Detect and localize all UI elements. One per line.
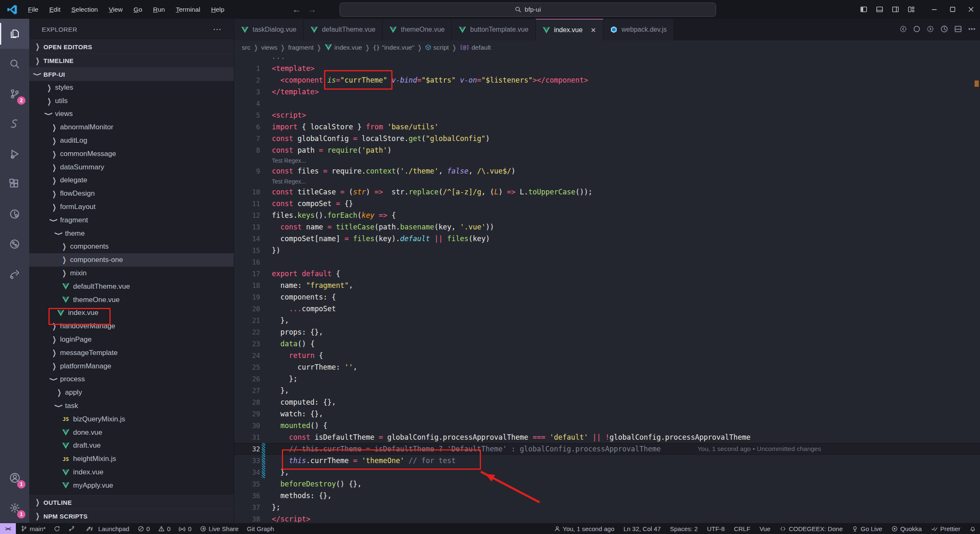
status-0[interactable]: 0 xyxy=(158,525,170,532)
tree-item-bizQueryMixin.js[interactable]: JSbizQueryMixin.js xyxy=(29,413,234,426)
status-codegeex-done[interactable]: CODEGEEX: Done xyxy=(780,525,843,532)
section-project-root[interactable]: ❯ BFP-UI xyxy=(29,67,234,81)
tab-themeOne.vue[interactable]: themeOne.vue xyxy=(382,19,452,40)
tree-item-task[interactable]: ❯task xyxy=(29,399,234,413)
line-number[interactable]: 29 xyxy=(234,410,260,418)
line-number[interactable]: 22 xyxy=(234,328,260,336)
line-number[interactable]: 27 xyxy=(234,387,260,395)
menu-run[interactable]: Run xyxy=(149,4,170,15)
activity-codegeex[interactable] xyxy=(0,109,29,139)
line-number[interactable]: 33 xyxy=(234,457,260,465)
code-line-27[interactable]: 27 }, xyxy=(234,385,980,396)
current-change-icon[interactable] xyxy=(913,25,921,35)
split-editor-icon[interactable] xyxy=(954,25,962,35)
line-number[interactable]: 13 xyxy=(234,223,260,231)
tab-index.vue[interactable]: index.vue✕ xyxy=(536,19,603,40)
breadcrumb-item-fragment[interactable]: fragment xyxy=(288,44,314,51)
activity-timeline-circle[interactable] xyxy=(0,199,29,229)
line-number[interactable]: 30 xyxy=(234,422,260,430)
code-line-8[interactable]: 8const path = require('path') xyxy=(234,144,980,156)
code-line-5[interactable]: 5<script> xyxy=(234,109,980,121)
line-number[interactable]: 23 xyxy=(234,340,260,348)
code-line-24[interactable]: 24 return { xyxy=(234,350,980,361)
tree-item-draft.vue[interactable]: draft.vue xyxy=(29,439,234,453)
next-change-icon[interactable] xyxy=(927,25,934,35)
code-line-26[interactable]: 26 }; xyxy=(234,373,980,385)
line-number[interactable]: 16 xyxy=(234,258,260,266)
status-item[interactable] xyxy=(970,526,976,532)
line-number[interactable]: 12 xyxy=(234,212,260,219)
code-line-22[interactable]: 22 props: {}, xyxy=(234,326,980,338)
status-main-[interactable]: main* xyxy=(21,525,46,532)
code-line-36[interactable]: 36 methods: {}, xyxy=(234,490,980,501)
line-number[interactable]: 37 xyxy=(234,504,260,511)
tab-webpack.dev.js[interactable]: webpack.dev.js xyxy=(603,19,674,40)
code-line-16[interactable]: 16 xyxy=(234,256,980,268)
tree-item-loginPage[interactable]: ❯loginPage xyxy=(29,333,234,346)
tree-item-dataSummary[interactable]: ❯dataSummary xyxy=(29,161,234,174)
status-go-live[interactable]: Go Live xyxy=(852,525,882,532)
line-number[interactable]: 17 xyxy=(234,270,260,278)
activity-accounts[interactable]: 1 xyxy=(0,463,29,493)
code-line-6[interactable]: 6import { localStore } from 'base/utils' xyxy=(234,121,980,133)
breadcrumb-item-src[interactable]: src xyxy=(242,44,251,51)
line-number[interactable]: 36 xyxy=(234,492,260,500)
tab-defaultTheme.vue[interactable]: defaultTheme.vue xyxy=(304,19,382,40)
line-number[interactable]: 9 xyxy=(234,167,260,175)
line-number[interactable]: 1 xyxy=(234,65,260,73)
status-prettier[interactable]: Prettier xyxy=(931,525,960,532)
status-live-share[interactable]: Live Share xyxy=(200,525,239,532)
line-number[interactable]: 8 xyxy=(234,146,260,154)
menu-help[interactable]: Help xyxy=(207,4,229,15)
activity-share-arrow[interactable] xyxy=(0,259,29,289)
explorer-more-actions-icon[interactable]: ⋯ xyxy=(213,24,222,34)
line-number[interactable]: 19 xyxy=(234,293,260,301)
tree-item-messageTemplate[interactable]: ❯messageTemplate xyxy=(29,346,234,360)
breadcrumb-item-script[interactable]: script xyxy=(425,44,449,51)
tree-item-index.vue[interactable]: index.vue xyxy=(29,466,234,479)
activity-search[interactable] xyxy=(0,49,29,79)
tree-item-fragment[interactable]: ❯fragment xyxy=(29,214,234,227)
tree-item-utils[interactable]: ❯utils xyxy=(29,94,234,108)
line-number[interactable]: 31 xyxy=(234,433,260,441)
tree-item-flowDesign[interactable]: ❯flowDesign xyxy=(29,187,234,200)
line-number[interactable]: 3 xyxy=(234,88,260,96)
code-line-21[interactable]: 21 }, xyxy=(234,315,980,326)
breadcrumb-item-indexvue[interactable]: {}"index.vue" xyxy=(373,44,414,51)
line-number[interactable]: 4 xyxy=(234,100,260,108)
code-line-32[interactable]: 32 // this.currTheme = isDefaultTheme ? … xyxy=(234,443,980,455)
toggle-sidebar-button[interactable] xyxy=(856,0,871,19)
code-line-29[interactable]: 29 watch: {}, xyxy=(234,408,980,420)
code-line-34[interactable]: 34 }, xyxy=(234,466,980,478)
codelens-test-regex[interactable]: Test Regex... xyxy=(234,156,980,165)
maximize-button[interactable] xyxy=(943,0,962,19)
toggle-panel-button[interactable] xyxy=(871,0,887,19)
code-line-23[interactable]: 23 data() { xyxy=(234,338,980,350)
tree-item-commonMessage[interactable]: ❯commonMessage xyxy=(29,147,234,161)
minimize-button[interactable] xyxy=(925,0,943,19)
tree-item-index.vue[interactable]: index.vue xyxy=(29,307,234,320)
menu-view[interactable]: View xyxy=(104,4,127,15)
code-line-2[interactable]: 2 <component is="currTheme" v-bind="$att… xyxy=(234,74,980,86)
code-line-14[interactable]: 14 compoSet[name] = files(key).default |… xyxy=(234,233,980,244)
code-line-35[interactable]: 35 beforeDestroy() {}, xyxy=(234,478,980,490)
menu-file[interactable]: File xyxy=(23,4,43,15)
code-line-20[interactable]: 20 ...compoSet xyxy=(234,303,980,315)
code-line-33[interactable]: 33 this.currTheme = 'themeOne' // for te… xyxy=(234,455,980,466)
activity-explorer[interactable] xyxy=(0,19,29,49)
previous-change-icon[interactable] xyxy=(899,25,907,35)
section-timeline[interactable]: ❯ TIMELINE xyxy=(29,53,234,67)
code-line-38[interactable]: 38</script> xyxy=(234,513,980,523)
tree-item-formLayout[interactable]: ❯formLayout xyxy=(29,200,234,214)
line-number[interactable]: 2 xyxy=(234,76,260,84)
tree-item-abnormalMonitor[interactable]: ❯abnormalMonitor xyxy=(29,121,234,134)
remote-indicator[interactable]: >< xyxy=(0,523,16,534)
line-number[interactable]: 7 xyxy=(234,135,260,143)
line-number[interactable]: 26 xyxy=(234,375,260,383)
code-line-9[interactable]: 9const files = require.context('./theme'… xyxy=(234,165,980,177)
activity-extensions[interactable] xyxy=(0,169,29,199)
tree-item-apply[interactable]: ❯apply xyxy=(29,386,234,399)
code-line-37[interactable]: 37}; xyxy=(234,501,980,513)
customize-layout-button[interactable] xyxy=(903,0,919,19)
tree-item-heightMixin.js[interactable]: JSheightMixin.js xyxy=(29,452,234,466)
